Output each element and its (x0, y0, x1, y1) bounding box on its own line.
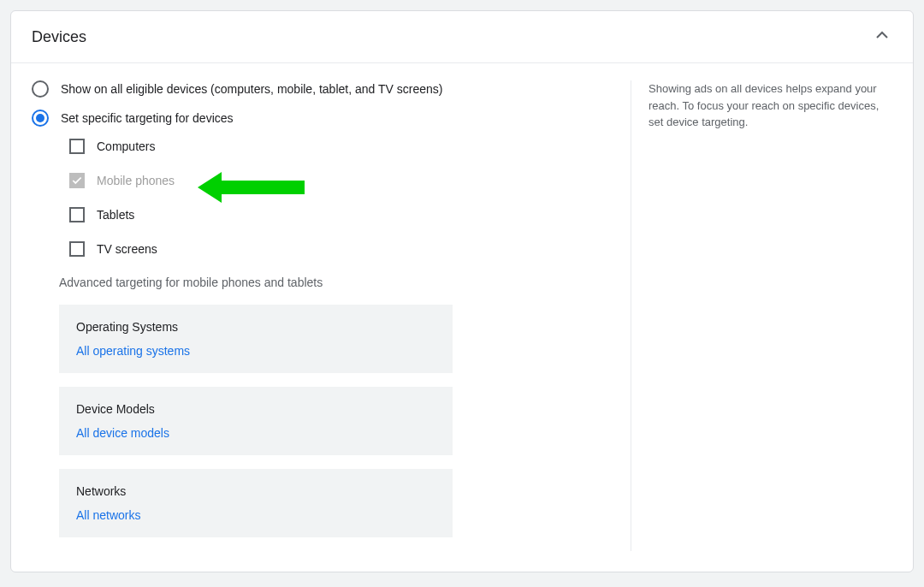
device-checkbox-list: Computers Mobile phones Tablets TV scree… (69, 139, 631, 257)
advanced-card-title: Device Models (76, 402, 435, 416)
checkbox-icon (69, 207, 85, 222)
main-column: Show on all eligible devices (computers,… (32, 80, 631, 551)
checkbox-icon (69, 173, 85, 188)
radio-label: Set specific targeting for devices (61, 111, 234, 125)
radio-all-devices[interactable]: Show on all eligible devices (computers,… (32, 80, 631, 98)
radio-specific-targeting[interactable]: Set specific targeting for devices (32, 110, 631, 127)
advanced-card-link[interactable]: All operating systems (76, 344, 435, 358)
advanced-card-link[interactable]: All networks (76, 508, 435, 522)
radio-icon (32, 110, 49, 127)
help-text: Showing ads on all devices helps expand … (631, 80, 887, 551)
advanced-card-title: Networks (76, 484, 435, 498)
card-header: Devices (11, 11, 913, 63)
checkbox-computers[interactable]: Computers (69, 139, 631, 154)
advanced-group: Operating Systems All operating systems … (59, 305, 631, 537)
radio-label: Show on all eligible devices (computers,… (61, 82, 442, 96)
checkbox-label: Mobile phones (97, 174, 175, 187)
card-title: Devices (32, 28, 86, 46)
checkbox-icon (69, 139, 85, 154)
checkbox-mobile-phones: Mobile phones (69, 173, 631, 188)
advanced-card-os[interactable]: Operating Systems All operating systems (59, 305, 453, 373)
devices-card: Devices Show on all eligible devices (co… (10, 10, 914, 572)
advanced-heading: Advanced targeting for mobile phones and… (59, 276, 631, 289)
advanced-card-models[interactable]: Device Models All device models (59, 387, 453, 455)
checkbox-label: Tablets (97, 208, 134, 222)
card-body: Show on all eligible devices (computers,… (11, 63, 913, 572)
checkbox-label: Computers (97, 139, 155, 153)
checkbox-tablets[interactable]: Tablets (69, 207, 631, 222)
advanced-card-title: Operating Systems (76, 320, 435, 334)
checkbox-label: TV screens (97, 242, 157, 256)
advanced-card-link[interactable]: All device models (76, 426, 435, 440)
advanced-card-networks[interactable]: Networks All networks (59, 469, 453, 537)
radio-icon (32, 80, 49, 98)
checkbox-tv-screens[interactable]: TV screens (69, 241, 631, 257)
chevron-up-icon[interactable] (872, 25, 892, 49)
checkbox-icon (69, 241, 85, 257)
